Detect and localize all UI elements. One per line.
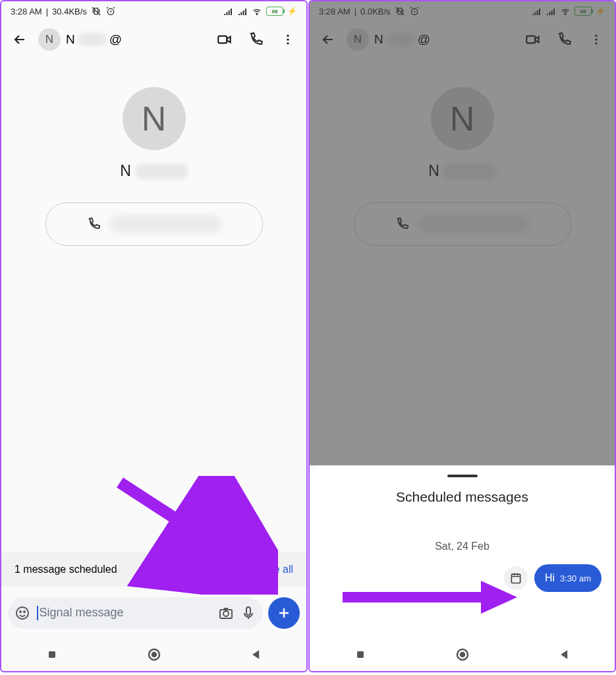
message-time: 3:30 am [560,573,591,583]
sheet-date: Sat, 24 Feb [435,541,490,552]
alarm-icon [105,6,116,16]
charging-icon: ⚡ [596,7,605,16]
nav-bar [310,638,615,671]
voice-call-button[interactable] [551,26,578,53]
wifi-icon [252,6,262,16]
nav-back-icon[interactable] [558,648,571,661]
wifi-icon [560,6,571,16]
status-time: 3:28 AM [11,7,42,16]
nav-back-icon[interactable] [250,648,263,661]
status-right: 98 ⚡ [531,6,605,16]
scheduled-count-text: 1 message scheduled [14,564,117,575]
status-bar: 3:28 AM | 30.4KB/s 98 ⚡ [1,1,306,21]
message-field[interactable]: Signal message [8,597,263,629]
header-avatar[interactable]: N [38,28,61,51]
see-all-link[interactable]: See all [261,564,293,575]
status-time: 3:28 AM [319,7,350,16]
call-card[interactable] [45,202,263,246]
vibrate-icon [91,6,101,16]
back-button[interactable] [7,26,33,53]
svg-point-8 [24,611,25,612]
phone-icon [395,217,410,231]
signal-icon [223,6,233,16]
sheet-title: Scheduled messages [396,489,528,505]
nav-recents-icon[interactable] [354,648,367,661]
scheduled-banner[interactable]: 1 message scheduled See all [1,552,306,587]
message-input[interactable]: Signal message [37,606,211,620]
svg-point-22 [595,42,597,44]
status-bar: 3:28 AM | 0.0KB/s 98 ⚡ [310,1,615,21]
camera-icon[interactable] [218,605,234,621]
svg-point-20 [595,35,597,37]
redacted-number [109,215,221,233]
profile-name: N [428,162,496,180]
vibrate-icon [395,6,405,16]
more-menu-button[interactable] [275,26,301,53]
redacted-name-large [443,163,496,179]
signal-icon [531,6,542,16]
calendar-icon[interactable] [504,566,528,590]
status-sep: | [46,7,48,16]
svg-point-5 [287,42,289,44]
contact-title[interactable]: N @ [374,32,515,47]
scheduled-messages-sheet[interactable]: Scheduled messages Sat, 24 Feb Hi 3:30 a… [310,465,615,671]
profile-avatar[interactable]: N [123,87,186,150]
nav-home-icon[interactable] [146,647,162,662]
profile-area: N N [1,87,306,246]
status-left: 3:28 AM | 30.4KB/s [11,6,116,16]
svg-point-18 [565,14,565,15]
status-net: 0.0KB/s [360,7,391,16]
nav-recents-icon[interactable] [45,648,59,661]
status-left: 3:28 AM | 0.0KB/s [319,6,420,16]
svg-rect-11 [246,607,250,615]
battery-icon: 98 [266,7,283,16]
mic-icon[interactable] [240,605,256,621]
screen-left: 3:28 AM | 30.4KB/s 98 ⚡ N N @ [0,0,308,672]
svg-rect-12 [49,651,55,658]
sheet-handle[interactable] [447,475,478,477]
scheduled-message-bubble[interactable]: Hi 3:30 am [534,564,602,592]
svg-point-3 [287,35,289,37]
svg-point-6 [16,607,28,619]
scheduled-message-row: Hi 3:30 am [310,564,615,592]
svg-rect-2 [218,36,227,44]
svg-rect-19 [526,36,535,44]
svg-point-4 [287,38,289,40]
svg-rect-23 [511,574,520,583]
signal-icon-2 [237,6,248,16]
attach-button[interactable] [268,597,300,629]
redacted-name [386,33,415,46]
composer-bar: Signal message [8,596,300,630]
more-menu-button[interactable] [583,26,609,53]
header-avatar[interactable]: N [347,28,369,51]
voice-call-button[interactable] [243,26,269,53]
nav-home-icon[interactable] [455,647,470,662]
profile-name: N [120,162,188,180]
redacted-name [78,33,107,46]
video-call-button[interactable] [211,26,238,53]
battery-icon: 98 [574,7,592,16]
call-card[interactable] [354,202,571,246]
svg-point-26 [461,653,464,657]
status-right: 98 ⚡ [223,6,297,16]
status-sep: | [354,7,356,16]
svg-point-21 [595,38,597,40]
nav-bar [1,638,306,671]
contact-title[interactable]: N @ [66,32,206,47]
back-button[interactable] [315,26,341,53]
redacted-name-large [135,163,188,179]
svg-rect-24 [357,651,364,658]
profile-area: N N [310,87,615,246]
svg-point-1 [256,14,257,15]
status-net: 30.4KB/s [52,7,87,16]
redacted-number [418,215,530,233]
chat-header: N N @ [310,21,615,58]
video-call-button[interactable] [520,26,546,53]
phone-icon [87,217,101,231]
alarm-icon [409,6,420,16]
message-text: Hi [545,572,555,584]
profile-avatar[interactable]: N [431,87,494,150]
charging-icon: ⚡ [287,7,297,16]
emoji-icon[interactable] [14,605,30,621]
svg-point-7 [20,611,21,612]
